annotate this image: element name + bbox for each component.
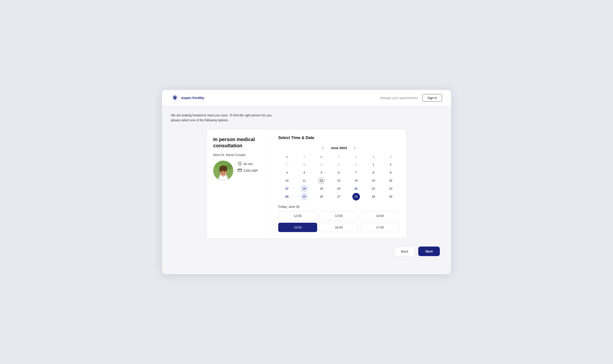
weekday-S2: S — [382, 155, 399, 159]
footer-actions: Back Next — [171, 247, 442, 256]
prev-month-button[interactable]: ‹ — [320, 145, 325, 151]
cal-day[interactable]: 9 — [387, 169, 394, 176]
cal-week-3: 10 11 12 13 14 15 16 — [278, 177, 399, 184]
cal-day[interactable]: 14 — [352, 177, 360, 184]
cal-day[interactable]: 10 — [283, 177, 291, 184]
duration-row: 45 min — [238, 162, 258, 167]
cal-day[interactable]: 27 — [283, 161, 291, 169]
cal-day[interactable]: 15 — [370, 177, 377, 184]
cal-day[interactable]: 31 — [352, 161, 360, 169]
time-slot-1200[interactable]: 12:00 — [278, 211, 317, 221]
cal-week-1: 27 28 29 30 31 1 2 — [278, 161, 399, 169]
cal-day[interactable]: 8 — [370, 169, 377, 176]
sign-in-button[interactable]: Sign in — [422, 94, 442, 102]
cal-day[interactable]: 28 — [301, 161, 308, 169]
doctor-details: 45 min £250 GBP — [238, 161, 258, 173]
time-grid: 12:00 13:00 14:00 15:00 16:00 17:00 — [278, 211, 399, 232]
card-right: Select Time & Date ‹ June 2024 › M T W T… — [271, 129, 406, 238]
clock-icon — [238, 162, 242, 167]
logo-icon — [171, 94, 179, 102]
cal-day[interactable]: 29 — [318, 161, 325, 169]
time-slot-1500[interactable]: 15:00 — [278, 223, 317, 232]
month-label: June 2024 — [331, 146, 347, 150]
doctor-name: Meet Dr. Maria Cortado — [213, 153, 264, 157]
cal-day[interactable]: 16 — [387, 177, 394, 184]
cal-day[interactable]: 3 — [283, 169, 291, 176]
cal-day[interactable]: 5 — [318, 169, 325, 176]
card-icon — [238, 169, 242, 173]
back-button[interactable]: Back — [394, 247, 415, 256]
cal-day[interactable]: 30 — [387, 193, 394, 200]
cal-day[interactable]: 27 — [335, 193, 343, 200]
weekday-S1: S — [365, 155, 382, 159]
weekday-T2: T — [330, 155, 347, 159]
logo-text: Aspen Fertility — [181, 96, 204, 100]
svg-rect-17 — [238, 169, 242, 170]
cal-day-today[interactable]: 12 — [318, 177, 325, 184]
weekday-T1: T — [296, 155, 313, 159]
logo: Aspen Fertility — [171, 94, 204, 102]
cal-day-21[interactable]: 21 — [352, 185, 360, 193]
calendar-nav: ‹ June 2024 › — [278, 145, 399, 151]
header-right: Manage your appointments Sign in — [380, 94, 442, 102]
cal-day[interactable]: 22 — [370, 185, 377, 193]
next-button[interactable]: Next — [418, 247, 440, 256]
price-label: £250 GBP — [243, 169, 258, 172]
cal-day[interactable]: 1 — [370, 161, 377, 169]
cal-day-24[interactable]: 24 — [283, 193, 291, 200]
main-content: We are looking forward to meet you soon.… — [162, 106, 451, 274]
cal-day[interactable]: 11 — [301, 177, 308, 184]
weekday-M: M — [278, 155, 296, 159]
cal-day-17[interactable]: 17 — [283, 185, 291, 193]
cal-day[interactable]: 20 — [335, 185, 343, 193]
cal-day[interactable]: 13 — [335, 177, 343, 184]
intro-text: We are looking forward to meet you soon.… — [171, 113, 442, 123]
cal-day[interactable]: 19 — [318, 185, 325, 193]
time-slot-1400[interactable]: 14:00 — [360, 211, 399, 221]
cal-day[interactable]: 2 — [387, 161, 394, 169]
card-left: In person medical consultation Meet Dr. … — [207, 129, 271, 238]
calendar-header-row: M T W T F S S — [278, 155, 399, 159]
cal-day[interactable]: 7 — [352, 169, 360, 176]
consultation-title: In person medical consultation — [213, 136, 264, 149]
cal-day-18[interactable]: 18 — [301, 185, 308, 193]
svg-point-13 — [222, 171, 223, 172]
cal-day-selected-28[interactable]: 28 — [352, 193, 360, 200]
weekday-F: F — [347, 155, 365, 159]
weekday-W: W — [313, 155, 330, 159]
select-title: Select Time & Date — [278, 135, 399, 140]
cal-week-4: 17 18 19 20 21 22 23 — [278, 185, 399, 193]
cal-day[interactable]: 26 — [318, 193, 325, 200]
price-row: £250 GBP — [238, 169, 258, 173]
cal-day-25[interactable]: 25 — [301, 193, 308, 200]
time-slot-1600[interactable]: 16:00 — [320, 223, 358, 232]
cal-week-2: 3 4 5 6 7 8 9 — [278, 169, 399, 176]
calendar-grid: M T W T F S S 27 28 29 30 31 — [278, 155, 399, 200]
doctor-avatar — [213, 161, 233, 181]
time-slot-1300[interactable]: 13:00 — [320, 211, 358, 221]
header: Aspen Fertility Manage your appointments… — [162, 90, 451, 106]
cal-day[interactable]: 4 — [301, 169, 308, 176]
svg-rect-11 — [219, 169, 221, 172]
svg-point-14 — [224, 171, 225, 172]
cal-day[interactable]: 30 — [335, 161, 343, 169]
svg-rect-16 — [238, 169, 242, 172]
svg-rect-12 — [226, 169, 227, 171]
avatar-svg — [213, 161, 233, 181]
next-month-button[interactable]: › — [352, 145, 357, 151]
doctor-info: 45 min £250 GBP — [213, 161, 264, 181]
manage-appointments-text: Manage your appointments — [380, 96, 418, 100]
cal-day[interactable]: 23 — [387, 185, 394, 193]
duration-label: 45 min — [243, 162, 253, 166]
selected-date-label: Friday, June 28 — [278, 205, 399, 208]
time-slot-1700[interactable]: 17:00 — [360, 223, 399, 232]
booking-card: In person medical consultation Meet Dr. … — [206, 129, 407, 238]
app-window: Aspen Fertility Manage your appointments… — [162, 90, 451, 274]
cal-day[interactable]: 29 — [370, 193, 377, 200]
cal-day[interactable]: 6 — [335, 169, 343, 176]
cal-week-5: 24 25 26 27 28 29 30 — [278, 193, 399, 200]
time-section: Friday, June 28 12:00 13:00 14:00 15:00 … — [278, 205, 399, 232]
